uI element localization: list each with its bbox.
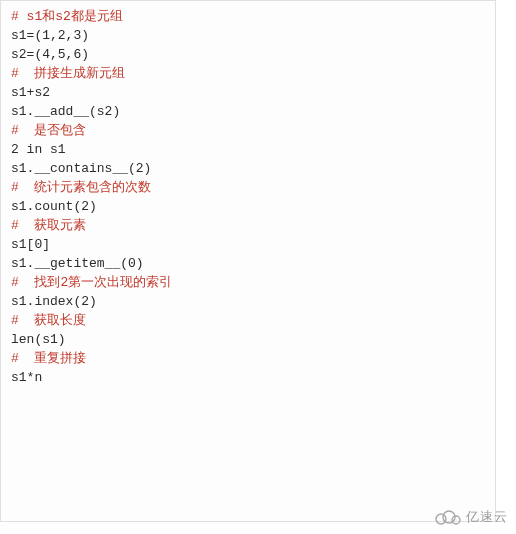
- comment-line: # 获取元素: [11, 216, 485, 235]
- svg-point-0: [436, 514, 446, 524]
- watermark-text: 亿速云: [466, 507, 508, 526]
- code-line: len(s1): [11, 330, 485, 349]
- svg-point-2: [452, 516, 460, 524]
- code-line: 2 in s1: [11, 140, 485, 159]
- code-line: s1.index(2): [11, 292, 485, 311]
- watermark: 亿速云: [434, 507, 508, 526]
- comment-line: # 重复拼接: [11, 349, 485, 368]
- code-line: s1.count(2): [11, 197, 485, 216]
- code-line: s1.__add__(s2): [11, 102, 485, 121]
- code-line: s2=(4,5,6): [11, 45, 485, 64]
- comment-line: # 获取长度: [11, 311, 485, 330]
- code-line: s1[0]: [11, 235, 485, 254]
- cloud-icon: [434, 508, 462, 526]
- code-block: # s1和s2都是元组s1=(1,2,3)s2=(4,5,6)# 拼接生成新元组…: [0, 0, 496, 522]
- code-line: s1+s2: [11, 83, 485, 102]
- comment-line: # 是否包含: [11, 121, 485, 140]
- comment-line: # 统计元素包含的次数: [11, 178, 485, 197]
- code-line: s1=(1,2,3): [11, 26, 485, 45]
- comment-line: # 拼接生成新元组: [11, 64, 485, 83]
- code-line: s1.__getitem__(0): [11, 254, 485, 273]
- comment-line: # s1和s2都是元组: [11, 7, 485, 26]
- comment-line: # 找到2第一次出现的索引: [11, 273, 485, 292]
- code-line: s1.__contains__(2): [11, 159, 485, 178]
- code-line: s1*n: [11, 368, 485, 387]
